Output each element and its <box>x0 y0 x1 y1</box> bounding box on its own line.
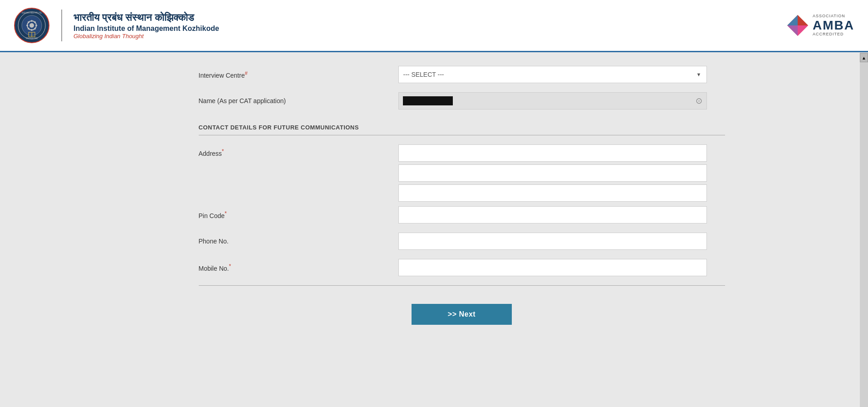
scrollbar[interactable]: ▲ <box>860 52 868 407</box>
amba-badge: ASSOCIATION AMBA ACCREDITED <box>786 14 854 37</box>
mobile-required: * <box>229 263 231 269</box>
scroll-up-button[interactable]: ▲ <box>860 53 868 62</box>
interview-centre-select[interactable]: --- SELECT --- Bangalore Chennai Hyderab… <box>398 66 707 83</box>
mobile-row: Mobile No.* <box>199 259 725 276</box>
svg-marker-20 <box>787 25 798 36</box>
header-logo-section: INDIAN INSTITUTE KOZHIKODE भारतीय प्रबंध… <box>14 7 219 44</box>
address-line2[interactable] <box>398 164 707 182</box>
next-button[interactable]: >> Next <box>412 304 512 325</box>
hindi-title: भारतीय प्रबंध संस्थान कोझिक्कोड <box>74 11 219 25</box>
header-divider <box>61 10 62 41</box>
pincode-label: Pin Code* <box>199 210 398 219</box>
main-content: Interview Centre# --- SELECT --- Bangalo… <box>117 52 743 352</box>
amba-diamond-icon <box>786 14 809 37</box>
name-row: Name (As per CAT application) ⊙ <box>199 92 725 109</box>
address-line1[interactable] <box>398 144 707 162</box>
mobile-input[interactable] <box>398 259 707 276</box>
contact-section-divider <box>199 135 725 135</box>
name-label: Name (As per CAT application) <box>199 97 398 104</box>
mobile-label: Mobile No.* <box>199 263 398 272</box>
button-row: >> Next <box>199 304 725 325</box>
contact-section-title: CONTACT DETAILS FOR FUTURE COMMUNICATION… <box>199 124 359 131</box>
mobile-control <box>398 259 707 276</box>
address-row: Address* <box>199 144 725 202</box>
content-area: Interview Centre# --- SELECT --- Bangalo… <box>0 52 860 407</box>
svg-point-4 <box>29 23 34 28</box>
tagline: Globalizing Indian Thought <box>74 33 219 40</box>
phone-control <box>398 233 707 250</box>
amba-badge-section: ASSOCIATION AMBA ACCREDITED <box>786 14 854 37</box>
bottom-divider <box>199 285 725 286</box>
header-text: भारतीय प्रबंध संस्थान कोझिक्कोड Indian I… <box>74 11 219 40</box>
redacted-name-block <box>403 96 453 105</box>
svg-marker-19 <box>798 25 808 36</box>
page-header: INDIAN INSTITUTE KOZHIKODE भारतीय प्रबंध… <box>0 0 868 52</box>
interview-centre-row: Interview Centre# --- SELECT --- Bangalo… <box>199 66 725 83</box>
iimk-logo: INDIAN INSTITUTE KOZHIKODE <box>14 7 50 44</box>
pincode-row: Pin Code* <box>199 206 725 223</box>
name-control: ⊙ <box>398 92 707 109</box>
address-inputs <box>398 144 707 202</box>
english-title: Indian Institute of Management Kozhikode <box>74 25 219 33</box>
phone-input[interactable] <box>398 233 707 250</box>
contact-section-header: CONTACT DETAILS FOR FUTURE COMMUNICATION… <box>199 123 725 131</box>
form-section: Interview Centre# --- SELECT --- Bangalo… <box>199 66 725 325</box>
pincode-required: * <box>225 210 227 217</box>
address-line3[interactable] <box>398 184 707 202</box>
amba-main-label: AMBA <box>813 19 854 33</box>
interview-centre-control: --- SELECT --- Bangalore Chennai Hyderab… <box>398 66 707 83</box>
address-label: Address* <box>199 144 398 157</box>
svg-marker-18 <box>798 15 808 25</box>
pincode-control <box>398 206 707 223</box>
name-icon: ⊙ <box>696 96 702 106</box>
required-hash: # <box>245 70 247 76</box>
interview-centre-select-wrapper: --- SELECT --- Bangalore Chennai Hyderab… <box>398 66 707 83</box>
pincode-input[interactable] <box>398 206 707 223</box>
amba-accredited-label: ACCREDITED <box>813 32 854 37</box>
page-wrapper: Interview Centre# --- SELECT --- Bangalo… <box>0 52 868 407</box>
svg-text:INDIAN INSTITUTE: INDIAN INSTITUTE <box>22 11 42 14</box>
interview-centre-label: Interview Centre# <box>199 70 398 79</box>
name-input-wrapper: ⊙ <box>398 92 707 109</box>
phone-row: Phone No. <box>199 233 725 250</box>
svg-marker-21 <box>787 15 798 25</box>
address-required: * <box>222 148 224 154</box>
svg-text:KOZHIKODE: KOZHIKODE <box>26 37 38 40</box>
amba-text: ASSOCIATION AMBA ACCREDITED <box>813 14 854 37</box>
phone-label: Phone No. <box>199 238 398 245</box>
